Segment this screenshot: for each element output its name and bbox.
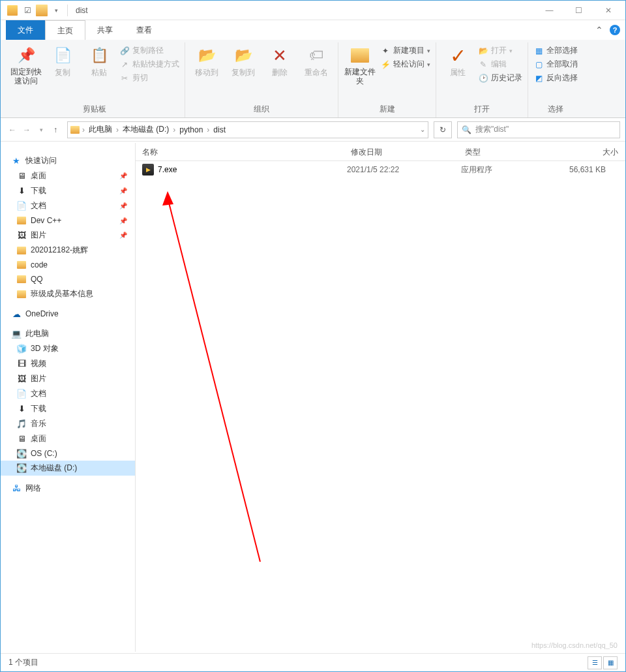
qat-folder-icon[interactable] [36, 5, 48, 16]
open-button[interactable]: 📂打开▾ [478, 45, 522, 56]
sidebar-thispc[interactable]: 💻此电脑 [1, 326, 135, 341]
cloud-icon: ☁ [11, 309, 22, 319]
pin-icon: 📌 [119, 217, 127, 224]
pin-quickaccess-button[interactable]: 📌 固定到快速访问 [10, 45, 42, 86]
crumb-python[interactable]: python [178, 125, 204, 134]
qat-dropdown-icon[interactable]: ▾ [50, 5, 62, 16]
moveto-button[interactable]: 📂移动到 [190, 45, 223, 78]
header-size[interactable]: 大小 [556, 143, 625, 160]
cut-button[interactable]: ✂剪切 [119, 72, 179, 84]
maximize-button[interactable]: ☐ [564, 1, 593, 20]
refresh-button[interactable]: ↻ [434, 121, 452, 138]
chevron-right-icon[interactable]: › [82, 125, 85, 134]
sidebar-item[interactable]: 🖼图片 [1, 371, 135, 386]
rename-button[interactable]: 🏷重命名 [300, 45, 333, 78]
sidebar-quickaccess[interactable]: ★快速访问 [1, 153, 135, 168]
file-date: 2021/1/5 22:22 [347, 165, 461, 174]
shortcut-icon: ↗ [119, 59, 130, 70]
qat-properties-icon[interactable]: ☑ [22, 5, 33, 16]
back-button[interactable]: ← [6, 123, 19, 136]
sidebar-item[interactable]: ⬇下载 [1, 401, 135, 416]
group-clipboard-label: 剪贴板 [10, 102, 179, 117]
title-bar: ☑ ▾ dist — ☐ ✕ [1, 1, 625, 20]
properties-button[interactable]: ✓属性 [441, 45, 474, 78]
recent-dropdown[interactable]: ▾ [35, 123, 48, 136]
exe-icon: ▶ [142, 164, 154, 176]
address-dropdown-icon[interactable]: ⌄ [420, 126, 425, 133]
folder-icon [70, 126, 80, 134]
minimize-button[interactable]: — [535, 1, 564, 20]
sidebar-item[interactable]: 🎵音乐 [1, 416, 135, 431]
pasteshortcut-button[interactable]: ↗粘贴快捷方式 [119, 59, 179, 70]
pin-icon: 📌 [119, 187, 127, 194]
copy-button[interactable]: 📄 复制 [46, 45, 79, 78]
search-box[interactable]: 🔍 搜索"dist" [457, 121, 620, 138]
item-icon: 💽 [16, 448, 27, 459]
newfolder-button[interactable]: 新建文件夹 [344, 45, 376, 86]
details-view-icon[interactable]: ☰ [588, 656, 602, 669]
crumb-dist[interactable]: dist [212, 125, 227, 134]
paste-label: 粘贴 [91, 67, 107, 78]
edit-button[interactable]: ✎编辑 [478, 59, 522, 70]
crumb-disk-d[interactable]: 本地磁盘 (D:) [121, 124, 170, 135]
tab-share[interactable]: 共享 [85, 20, 125, 40]
sidebar-item[interactable]: code [1, 258, 135, 272]
sidebar-network[interactable]: 🖧网络 [1, 481, 135, 496]
delete-button[interactable]: ✕删除 [263, 45, 296, 78]
item-icon: 🎞 [16, 359, 27, 369]
easyaccess-icon: ⚡ [380, 59, 391, 70]
chevron-right-icon[interactable]: › [207, 125, 209, 134]
sidebar-item[interactable]: 🖼图片📌 [1, 228, 135, 243]
item-icon [16, 260, 27, 270]
easyaccess-button[interactable]: ⚡轻松访问▾ [380, 59, 430, 70]
sidebar-item[interactable]: 🎞视频 [1, 356, 135, 371]
sidebar-item[interactable]: Dev C++📌 [1, 213, 135, 228]
breadcrumb-box[interactable]: › 此电脑 › 本地磁盘 (D:) › python › dist ⌄ [67, 121, 428, 138]
tab-view[interactable]: 查看 [125, 20, 164, 40]
paste-button[interactable]: 📋 粘贴 [83, 45, 115, 78]
address-bar: ← → ▾ ↑ › 此电脑 › 本地磁盘 (D:) › python › dis… [1, 118, 625, 142]
sidebar-onedrive[interactable]: ☁OneDrive [1, 307, 135, 321]
chevron-right-icon[interactable]: › [116, 125, 119, 134]
header-date[interactable]: 修改日期 [344, 143, 458, 160]
sidebar-item[interactable]: 🖥桌面 [1, 431, 135, 446]
history-button[interactable]: 🕑历史记录 [478, 72, 522, 84]
search-placeholder: 搜索"dist" [475, 124, 509, 135]
help-icon[interactable]: ? [610, 25, 620, 35]
crumb-thispc[interactable]: 此电脑 [87, 124, 113, 135]
navigation-pane[interactable]: ★快速访问 🖥桌面📌⬇下载📌📄文档📌Dev C++📌🖼图片📌202012182-… [1, 143, 136, 652]
chevron-right-icon[interactable]: › [173, 125, 175, 134]
close-button[interactable]: ✕ [593, 1, 623, 20]
sidebar-item[interactable]: 💽OS (C:) [1, 446, 135, 461]
sidebar-item[interactable]: 🖥桌面📌 [1, 168, 135, 183]
selectnone-button[interactable]: ▢全部取消 [533, 59, 578, 70]
invert-button[interactable]: ◩反向选择 [533, 72, 578, 84]
sidebar-item[interactable]: 📄文档 [1, 386, 135, 401]
selectall-button[interactable]: ▦全部选择 [533, 45, 578, 56]
tab-home[interactable]: 主页 [45, 20, 85, 40]
up-button[interactable]: ↑ [49, 123, 62, 136]
sidebar-item[interactable]: 📄文档📌 [1, 198, 135, 213]
sidebar-item[interactable]: 💽本地磁盘 (D:) [1, 461, 135, 476]
sidebar-item[interactable]: 班级成员基本信息 [1, 286, 135, 301]
header-name[interactable]: 名称 [136, 143, 344, 160]
group-open: ✓属性 📂打开▾ ✎编辑 🕑历史记录 打开 [436, 42, 528, 117]
file-row[interactable]: ▶7.exe2021/1/5 22:22应用程序56,631 KB [136, 161, 625, 178]
copypath-button[interactable]: 🔗复制路径 [119, 45, 179, 56]
copyto-button[interactable]: 📂复制到 [227, 45, 260, 78]
sidebar-item[interactable]: ⬇下载📌 [1, 183, 135, 198]
sidebar-item[interactable]: QQ [1, 272, 135, 286]
newitem-button[interactable]: ✦新建项目▾ [380, 45, 430, 56]
sidebar-item[interactable]: 🧊3D 对象 [1, 341, 135, 356]
sidebar-item[interactable]: 202012182-姚辉 [1, 243, 135, 258]
content-area: ★快速访问 🖥桌面📌⬇下载📌📄文档📌Dev C++📌🖼图片📌202012182-… [1, 143, 625, 652]
collapse-ribbon-icon[interactable]: ⌃ [595, 25, 603, 35]
thumbnails-view-icon[interactable]: ▦ [603, 656, 618, 669]
item-icon: 🎵 [16, 419, 27, 429]
tab-file[interactable]: 文件 [6, 20, 45, 40]
forward-button[interactable]: → [20, 123, 33, 136]
quick-access-toolbar: ☑ ▾ [22, 5, 68, 16]
history-icon: 🕑 [478, 73, 488, 84]
header-type[interactable]: 类型 [458, 143, 556, 160]
pin-icon: 📌 [119, 172, 127, 179]
